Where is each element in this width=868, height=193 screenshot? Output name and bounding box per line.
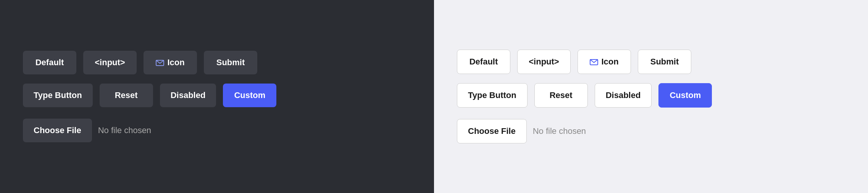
- dark-choose-file-button[interactable]: Choose File: [23, 119, 92, 142]
- light-file-row: Choose File No file chosen: [457, 119, 586, 143]
- dark-file-label: No file chosen: [98, 125, 151, 135]
- light-type-button[interactable]: Type Button: [457, 83, 528, 108]
- light-custom-button[interactable]: Custom: [658, 83, 712, 108]
- dark-default-button[interactable]: Default: [23, 51, 76, 74]
- dark-icon-button[interactable]: Icon: [144, 51, 197, 74]
- light-disabled-button[interactable]: Disabled: [595, 83, 652, 108]
- dark-file-row: Choose File No file chosen: [23, 119, 151, 142]
- dark-panel: Default <input> Icon Submit Type Button …: [0, 0, 434, 193]
- light-panel: Default <input> Icon Submit Type Button …: [434, 0, 868, 193]
- light-default-button[interactable]: Default: [457, 50, 510, 74]
- light-choose-file-button[interactable]: Choose File: [457, 119, 527, 143]
- dark-input-button[interactable]: <input>: [83, 51, 137, 74]
- dark-reset-button[interactable]: Reset: [100, 84, 153, 107]
- light-reset-button[interactable]: Reset: [534, 83, 588, 108]
- mail-icon: [590, 57, 598, 67]
- dark-submit-button[interactable]: Submit: [204, 51, 257, 74]
- light-submit-button[interactable]: Submit: [638, 50, 691, 74]
- light-row-2: Type Button Reset Disabled Custom: [457, 83, 712, 108]
- dark-disabled-button[interactable]: Disabled: [160, 84, 216, 107]
- dark-row-2: Type Button Reset Disabled Custom: [23, 84, 276, 107]
- light-icon-button[interactable]: Icon: [578, 50, 631, 74]
- dark-row-1: Default <input> Icon Submit: [23, 51, 257, 74]
- light-input-button[interactable]: <input>: [517, 50, 571, 74]
- light-row-1: Default <input> Icon Submit: [457, 50, 691, 74]
- dark-type-button[interactable]: Type Button: [23, 84, 93, 107]
- dark-custom-button[interactable]: Custom: [223, 84, 276, 107]
- mail-icon: [156, 58, 164, 68]
- light-file-label: No file chosen: [533, 126, 586, 136]
